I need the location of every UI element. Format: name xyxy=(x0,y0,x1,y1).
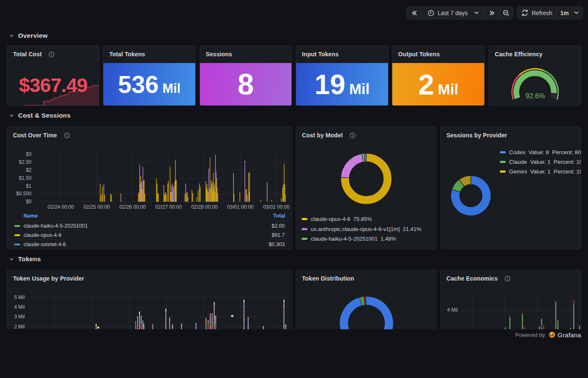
svg-text:03/01 00:00: 03/01 00:00 xyxy=(227,204,254,210)
svg-text:02/25 00:00: 02/25 00:00 xyxy=(84,204,110,210)
svg-text:$1: $1 xyxy=(26,183,32,189)
svg-text:4 Mil: 4 Mil xyxy=(14,304,25,310)
svg-text:03/02 00:00: 03/02 00:00 xyxy=(263,204,289,210)
svg-text:2 Mil: 2 Mil xyxy=(14,324,25,329)
svg-text:5 Mil: 5 Mil xyxy=(14,294,25,300)
svg-text:02/24 00:00: 02/24 00:00 xyxy=(47,204,74,210)
svg-text:02/26 00:00: 02/26 00:00 xyxy=(119,204,146,210)
svg-text:$2.50: $2.50 xyxy=(19,159,32,165)
svg-text:$0.500: $0.500 xyxy=(16,191,32,197)
svg-text:$2: $2 xyxy=(26,167,32,173)
svg-text:$0: $0 xyxy=(26,199,32,205)
svg-text:02/27 00:00: 02/27 00:00 xyxy=(155,204,182,210)
svg-text:$3: $3 xyxy=(26,151,32,157)
svg-text:3 Mil: 3 Mil xyxy=(14,314,25,320)
svg-text:4 Mil: 4 Mil xyxy=(447,307,458,313)
svg-text:$1.50: $1.50 xyxy=(19,175,32,181)
svg-text:02/28 00:00: 02/28 00:00 xyxy=(191,204,218,210)
